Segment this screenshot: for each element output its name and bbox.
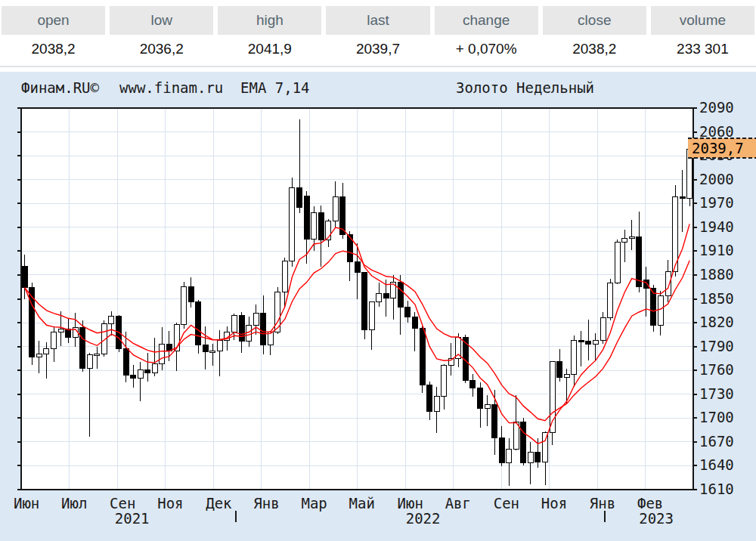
candle-down (499, 438, 504, 463)
candle-down (586, 341, 591, 344)
x-year-label: 2021 (115, 510, 150, 527)
x-month-label: Фев (637, 495, 663, 512)
x-month-label: Сен (494, 495, 519, 512)
finam-gold-chart-widget: open low high last change close volume 2… (0, 0, 756, 541)
candle-down (22, 266, 27, 287)
x-month-label: Май (349, 495, 375, 512)
candle-down (420, 328, 425, 385)
y-axis-label: 1700 (699, 409, 734, 425)
candle-down (680, 197, 685, 199)
candle-down (405, 307, 411, 317)
candle-up (36, 354, 42, 357)
quote-header-change: change (435, 6, 538, 35)
candle-up (58, 329, 64, 332)
quote-header-open: open (2, 6, 105, 35)
candle-down (578, 340, 584, 342)
candle-up (658, 295, 663, 325)
candle-down (145, 369, 150, 373)
candle-up (51, 332, 57, 349)
candle-down (427, 385, 432, 412)
candle-up (629, 236, 634, 238)
quote-header-close: close (543, 6, 646, 35)
y-axis-label: 2000 (699, 171, 734, 187)
candle-up (369, 302, 374, 330)
candle-down (398, 282, 403, 307)
candle-down (362, 273, 367, 330)
candle-up (507, 449, 512, 462)
x-month-label: Дек (206, 495, 232, 512)
candle-down (131, 376, 136, 379)
candle-down (304, 196, 309, 240)
candle-up (181, 287, 187, 324)
candle-up (564, 374, 569, 377)
y-axis-label: 2090 (699, 99, 734, 116)
y-axis-label: 1880 (699, 266, 734, 283)
x-month-label: Июн (14, 495, 39, 512)
candle-up (253, 313, 259, 325)
candle-up (608, 283, 613, 317)
candle-down (261, 313, 266, 345)
y-axis-label: 1730 (699, 385, 734, 402)
candle-down (521, 422, 526, 463)
candle-down (478, 388, 483, 408)
table-divider (0, 66, 756, 67)
candle-down (535, 453, 541, 462)
candle-down (492, 404, 497, 437)
candle-up (160, 344, 165, 363)
candle-up (231, 316, 237, 332)
candle-up (513, 422, 519, 450)
quote-table: open low high last change close volume 2… (0, 0, 756, 63)
candle-up (87, 354, 92, 368)
candle-up (615, 243, 620, 283)
candle-down (557, 362, 562, 378)
y-axis-label: 2060 (699, 123, 734, 140)
candle-down (196, 302, 201, 345)
quote-value-last: 2039,7 (326, 35, 429, 63)
candle-down (355, 261, 360, 273)
y-axis-label: 1760 (699, 361, 734, 378)
candle-up (152, 364, 157, 373)
last-price-label: 2039,7 (692, 140, 744, 156)
candle-up (94, 354, 100, 355)
quote-header-high: high (218, 6, 321, 35)
candle-up (44, 349, 49, 354)
x-month-label: Сен (110, 495, 135, 512)
x-month-label: Янв (253, 495, 279, 512)
y-axis-label: 1940 (699, 218, 734, 235)
quote-value-low: 2036,2 (110, 35, 213, 63)
y-axis-label: 1640 (699, 456, 734, 473)
candle-up (593, 340, 598, 344)
candle-down (651, 289, 656, 325)
quote-value-high: 2041,9 (218, 35, 321, 63)
price-chart: 1610164016701700173017601790182018501880… (0, 72, 756, 541)
candle-up (311, 213, 317, 240)
candle-down (239, 316, 244, 342)
candle-up (290, 187, 295, 261)
candle-up (528, 453, 533, 463)
candle-down (412, 317, 417, 329)
x-month-label: Авг (445, 495, 471, 512)
candle-up (282, 261, 287, 292)
y-axis-label: 1970 (699, 194, 734, 211)
x-year-label: 2022 (406, 510, 441, 527)
y-axis-label: 1850 (699, 290, 734, 307)
y-axis-label: 1610 (699, 481, 734, 497)
y-axis-label: 1910 (699, 242, 734, 258)
x-month-label: Мар (301, 495, 327, 512)
quote-header-volume: volume (651, 6, 754, 35)
candle-down (123, 349, 129, 376)
y-axis-label: 1820 (699, 314, 734, 330)
quote-header-last: last (326, 6, 429, 35)
candle-up (572, 340, 577, 374)
candle-down (188, 287, 194, 302)
candle-up (268, 332, 273, 345)
candle-down (203, 345, 208, 352)
candle-up (333, 197, 338, 221)
y-axis-label: 1790 (699, 338, 734, 354)
candle-up (210, 351, 215, 353)
candle-down (643, 280, 649, 289)
quote-table-header-row: open low high last change close volume (0, 6, 756, 35)
candle-up (600, 318, 606, 340)
quote-header-low: low (110, 6, 213, 35)
candle-up (376, 293, 382, 302)
